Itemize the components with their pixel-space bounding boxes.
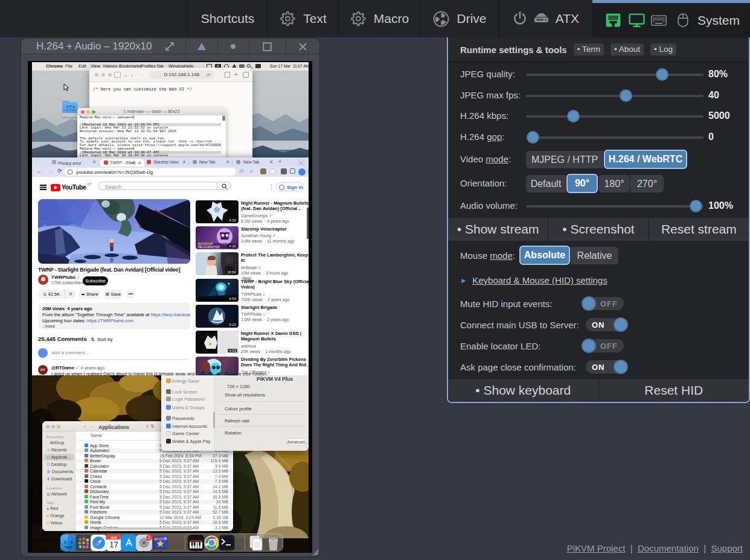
svg-text:1: 1 (148, 535, 150, 539)
svg-text:17: 17 (109, 540, 118, 549)
svg-text:MAR: MAR (111, 536, 117, 539)
